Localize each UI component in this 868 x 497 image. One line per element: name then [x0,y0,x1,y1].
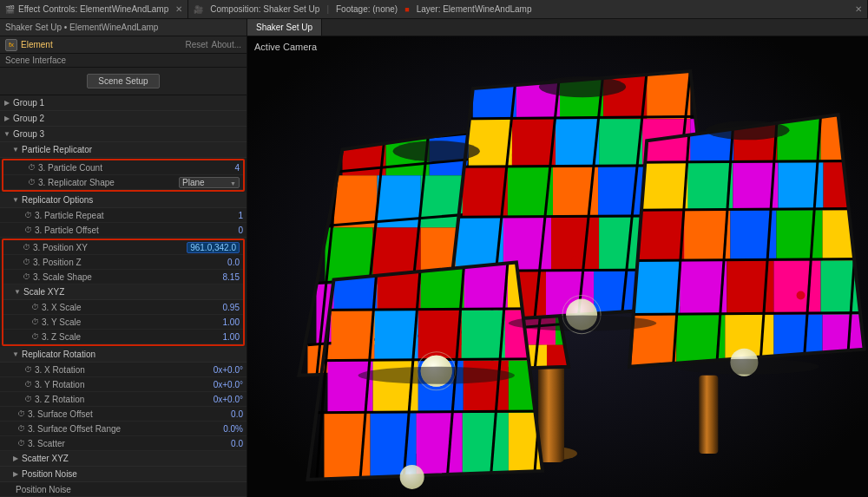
effect-name: Element [21,40,53,49]
position-noise-header[interactable]: Position Noise [0,467,247,482]
position-noise-label: Position Noise [22,469,77,479]
scatter-stopwatch [16,438,26,448]
surface-offset-range-value[interactable]: 0.0% [200,424,243,434]
dropdown-arrow-icon [230,178,236,187]
scene-interface-label: Scene Interface [0,54,247,68]
replicator-options-triangle [12,197,19,204]
lamp-svg [247,36,868,497]
active-camera-label: Active Camera [254,42,317,52]
svg-rect-56 [647,71,690,119]
svg-point-177 [571,256,580,265]
replicator-options-header[interactable]: Replicator Options [0,193,247,208]
x-scale-row: 3. X Scale 0.95 [3,300,243,315]
reset-button[interactable]: Reset [185,40,207,49]
particle-replicator-header[interactable]: Particle Replicator [0,142,247,158]
svg-rect-5 [699,376,718,454]
svg-rect-112 [773,260,820,314]
scene-setup-button[interactable]: Scene Setup [87,74,159,88]
position-xy-value[interactable]: 961.0,342.0 [187,242,240,253]
position-z-value[interactable]: 0.0 [196,258,240,267]
svg-rect-59 [556,119,599,167]
viewport[interactable]: Active Camera [247,36,868,497]
scatter-label: 3. Scatter [28,439,200,448]
scatter-xyz-header[interactable]: Scatter XYZ [0,451,247,467]
surface-offset-value[interactable]: 0.0 [200,409,243,419]
effect-controls-tab[interactable]: 🎬 Effect Controls: ElementWineAndLamp ✕ [0,0,188,18]
y-scale-value[interactable]: 1.00 [196,317,240,327]
main-layout: Shaker Set Up • ElementWineAndLamp fx El… [0,19,868,497]
right-shade [619,113,868,371]
effect-controls-icon: 🎬 [5,5,15,14]
scene-setup-container: Scene Setup [0,68,247,95]
particle-repeat-stopwatch [23,210,33,220]
x-rotation-value[interactable]: 0x+0.0° [200,365,243,375]
highlight-group-1: 3. Particle Count 4 3. Replicator Shape … [2,159,245,192]
x-scale-stopwatch [30,302,40,312]
particle-repeat-row: 3. Particle Repeat 1 [0,208,247,223]
y-scale-label: 3. Y Scale [42,317,196,327]
random-seed-label: Position Noise [16,485,200,494]
about-button[interactable]: About... [212,40,241,49]
replicator-options-label: Replicator Options [22,195,93,205]
z-scale-row: 3. Z Scale 1.00 [3,330,243,344]
svg-point-172 [539,76,626,97]
top-bar: 🎬 Effect Controls: ElementWineAndLamp ✕ … [0,0,868,19]
group-3-triangle [3,131,10,138]
z-rotation-value[interactable]: 0x+0.0° [200,395,243,404]
effect-controls-close[interactable]: ✕ [175,4,182,14]
replicator-rotation-header[interactable]: Replicator Rotation [0,347,247,363]
group-1-triangle [3,100,10,107]
z-scale-label: 3. Z Scale [42,332,196,342]
scale-xyz-triangle [14,289,21,296]
replicator-shape-value: Plane [182,178,205,187]
footage-red-dot: ■ [404,5,409,14]
svg-line-159 [307,309,551,311]
left-panel: Shaker Set Up • ElementWineAndLamp fx El… [0,19,247,497]
comp-title-label: Composition: Shaker Set Up [210,4,319,14]
svg-rect-15 [334,175,378,227]
group-1-header[interactable]: Group 1 [0,95,247,111]
group-2-header[interactable]: Group 2 [0,111,247,127]
particle-repeat-value[interactable]: 1 [200,211,243,220]
surface-offset-range-label: 3. Surface Offset Range [28,424,200,434]
shaker-setup-tab[interactable]: Shaker Set Up [247,19,322,36]
footage-separator: | [326,4,329,14]
svg-rect-58 [512,119,556,167]
scale-shape-value[interactable]: 8.15 [196,272,240,282]
svg-rect-107 [776,210,822,260]
y-rotation-stopwatch [23,379,33,389]
breadcrumb: Shaker Set Up • ElementWineAndLamp [0,19,247,36]
fx-row: fx Element Reset About... [0,36,247,54]
particle-count-value[interactable]: 4 [196,163,240,173]
y-scale-row: 3. Y Scale 1.00 [3,315,243,330]
z-scale-value[interactable]: 1.00 [196,332,240,342]
z-rotation-label: 3. Z Rotation [35,395,200,404]
particle-offset-stopwatch [23,225,33,235]
svg-rect-135 [464,262,508,310]
group-3-header[interactable]: Group 3 [0,127,247,142]
highlight-group-2: 3. Position XY 961.0,342.0 3. Position Z… [2,239,245,346]
scale-shape-row: 3. Scale Shape 8.15 [3,270,243,284]
footage-label: Footage: (none) [336,4,398,14]
scale-xyz-header[interactable]: Scale XYZ [3,284,243,300]
svg-line-129 [621,313,867,315]
particle-count-label: 3. Particle Count [38,163,196,173]
y-rotation-value[interactable]: 0x+0.0° [200,380,243,389]
y-rotation-label: 3. Y Rotation [35,380,200,389]
svg-point-173 [706,121,789,140]
surface-offset-label: 3. Surface Offset [28,409,200,419]
replicator-shape-dropdown[interactable]: Plane [179,177,240,188]
svg-rect-138 [375,311,418,361]
position-z-stopwatch [21,257,31,267]
svg-rect-109 [633,260,680,314]
x-scale-value[interactable]: 0.95 [196,303,240,312]
effect-controls-title: Effect Controls: ElementWineAndLamp [18,4,168,14]
particle-replicator-triangle [12,147,19,154]
scatter-value[interactable]: 0.0 [200,439,243,448]
particle-offset-value[interactable]: 0 [200,226,243,235]
x-rotation-label: 3. X Rotation [35,365,200,375]
z-rotation-row: 3. Z Rotation 0x+0.0° [0,392,247,407]
surface-offset-range-stopwatch [16,423,26,434]
comp-close[interactable]: ✕ [855,4,862,14]
surface-offset-range-row: 3. Surface Offset Range 0.0% [0,422,247,436]
